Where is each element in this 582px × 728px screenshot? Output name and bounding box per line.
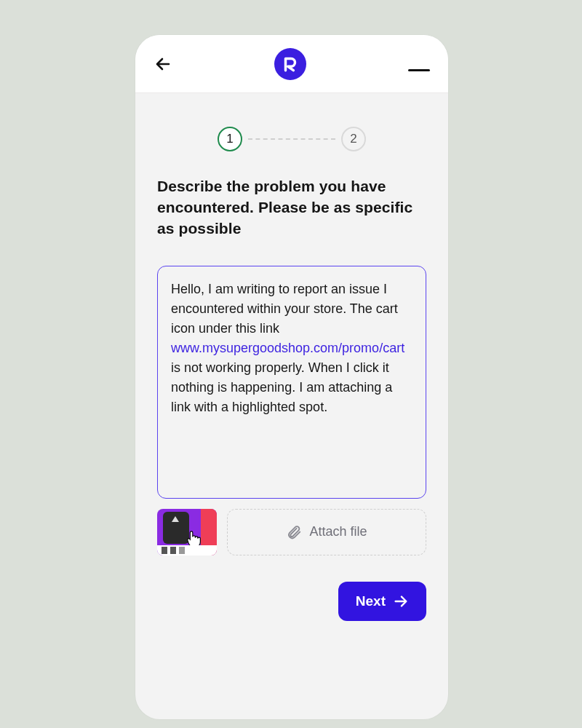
phone-frame: 1 2 Describe the problem you have encoun… — [135, 35, 448, 719]
arrow-right-icon — [393, 593, 409, 609]
step-2: 2 — [341, 127, 366, 151]
progress-stepper: 1 2 — [157, 127, 426, 151]
app-header — [135, 35, 448, 93]
app-logo — [274, 48, 306, 80]
next-button-label: Next — [356, 593, 386, 609]
logo-r-icon — [281, 55, 300, 74]
message-text-before: Hello, I am writing to report an issue I… — [171, 282, 398, 336]
attachments-row: Attach file — [157, 509, 426, 555]
arrow-left-icon — [154, 55, 172, 73]
step-1: 1 — [218, 127, 242, 151]
attach-file-button[interactable]: Attach file — [227, 509, 426, 555]
back-button[interactable] — [153, 54, 173, 74]
attachment-thumbnail[interactable] — [157, 509, 217, 555]
footer-actions: Next — [157, 582, 426, 621]
menu-button[interactable] — [407, 57, 431, 71]
menu-icon — [408, 69, 430, 71]
next-button[interactable]: Next — [338, 582, 426, 621]
step-connector — [248, 138, 335, 140]
problem-description-input[interactable]: Hello, I am writing to report an issue I… — [157, 266, 426, 499]
message-link[interactable]: www.mysupergoodshop.com/promo/cart — [171, 341, 404, 355]
paperclip-icon — [286, 524, 302, 540]
attach-file-label: Attach file — [309, 524, 367, 539]
form-body: 1 2 Describe the problem you have encoun… — [135, 93, 448, 638]
form-title: Describe the problem you have encountere… — [157, 176, 426, 240]
message-text-after: is not working properly. When I click it… — [171, 360, 392, 414]
